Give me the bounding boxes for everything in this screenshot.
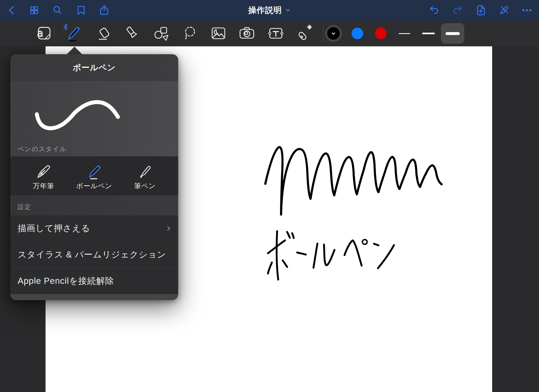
pen-style-ballpoint[interactable]: ボールペン bbox=[69, 156, 120, 195]
stroke-width-thick[interactable] bbox=[441, 23, 464, 44]
ballpoint-pen-icon bbox=[84, 161, 104, 181]
add-page-icon bbox=[475, 4, 487, 16]
more-icon bbox=[521, 4, 533, 16]
chevron-down-icon bbox=[330, 30, 337, 37]
pen-tool[interactable] bbox=[61, 21, 85, 46]
tools-toolbar: a bbox=[0, 21, 539, 46]
laser-pointer-tool[interactable] bbox=[293, 21, 317, 46]
redo-icon bbox=[452, 4, 463, 16]
pen-style-row: 万年筆 ボールペン 筆ペン bbox=[10, 156, 178, 195]
popover-title: ボールペン bbox=[73, 62, 116, 73]
camera-icon bbox=[237, 24, 256, 43]
share-icon bbox=[98, 4, 110, 16]
eraser-tool[interactable] bbox=[93, 21, 117, 46]
camera-tool[interactable] bbox=[235, 21, 259, 46]
pen-style-brush[interactable]: 筆ペン bbox=[119, 156, 170, 195]
svg-text:a: a bbox=[37, 27, 43, 39]
undo-icon bbox=[428, 4, 440, 16]
image-tool[interactable] bbox=[207, 21, 230, 46]
more-button[interactable] bbox=[518, 2, 536, 19]
selected-color-ring bbox=[325, 25, 342, 42]
stroke-width-thin[interactable] bbox=[393, 23, 416, 44]
setting-label: 描画して押さえる bbox=[18, 222, 90, 234]
text-tool[interactable] bbox=[264, 21, 288, 46]
chevron-down-icon bbox=[285, 7, 291, 13]
navigation-bar: 操作説明 bbox=[0, 0, 539, 21]
eraser-icon bbox=[96, 24, 115, 43]
back-icon bbox=[6, 4, 18, 16]
color-swatch-red[interactable] bbox=[369, 21, 393, 46]
setting-row-press-and-hold[interactable]: 描画して押さえる bbox=[10, 215, 178, 241]
chevron-right-icon bbox=[166, 225, 172, 232]
text-icon bbox=[266, 24, 285, 43]
color-swatch-blue[interactable] bbox=[346, 21, 369, 46]
color-swatch-black[interactable] bbox=[322, 21, 345, 46]
pen-style-label: ボールペン bbox=[76, 181, 112, 191]
highlighter-icon bbox=[123, 24, 142, 43]
shapes-tool[interactable] bbox=[149, 21, 173, 46]
undo-button[interactable] bbox=[426, 2, 443, 19]
pen-crossed-icon bbox=[498, 4, 510, 16]
search-button[interactable] bbox=[49, 2, 66, 19]
bluetooth-icon bbox=[64, 24, 67, 30]
pen-mode-toggle-button[interactable] bbox=[495, 2, 513, 19]
lasso-icon bbox=[181, 24, 199, 43]
popover-footer bbox=[10, 294, 178, 300]
back-button[interactable] bbox=[3, 2, 21, 19]
shapes-icon bbox=[152, 24, 171, 43]
share-button[interactable] bbox=[96, 2, 113, 19]
highlighter-tool[interactable] bbox=[121, 21, 144, 46]
setting-row-disconnect-apple-pencil[interactable]: Apple Pencilを接続解除 bbox=[10, 268, 178, 294]
search-icon bbox=[52, 4, 63, 16]
brush-pen-icon bbox=[135, 161, 155, 181]
app-window: 操作説明 bbox=[0, 0, 539, 392]
popover-header: ボールペン bbox=[10, 54, 178, 81]
add-page-button[interactable] bbox=[472, 2, 490, 19]
image-icon bbox=[209, 24, 228, 43]
grid-icon bbox=[28, 4, 40, 16]
pen-style-label: 万年筆 bbox=[33, 181, 54, 191]
setting-row-stylus-palm-rejection[interactable]: スタイラス & パームリジェクション bbox=[10, 241, 178, 268]
bookmark-button[interactable] bbox=[72, 2, 90, 19]
pen-icon bbox=[64, 24, 83, 43]
popover-arrow bbox=[67, 47, 82, 54]
page-title: 操作説明 bbox=[248, 5, 282, 16]
pen-style-label: 筆ペン bbox=[134, 181, 156, 191]
pen-style-fountain[interactable]: 万年筆 bbox=[18, 156, 69, 195]
pen-style-section-label: ペンのスタイル bbox=[18, 145, 67, 153]
stroke-width-medium[interactable] bbox=[417, 23, 440, 44]
laser-pointer-icon bbox=[295, 24, 314, 43]
zoom-window-tool[interactable]: a bbox=[32, 21, 56, 46]
settings-rows: 描画して押さえる スタイラス & パームリジェクション Apple Pencil… bbox=[10, 215, 178, 294]
toolbar-separator bbox=[54, 25, 54, 42]
bookmark-icon bbox=[75, 4, 87, 16]
pen-settings-popover: ボールペン ペンのスタイル 万年筆 bbox=[10, 54, 178, 300]
lasso-tool[interactable] bbox=[178, 21, 202, 46]
setting-label: Apple Pencilを接続解除 bbox=[18, 275, 114, 287]
stroke-preview: ペンのスタイル bbox=[10, 81, 178, 156]
settings-section-header: 設定 bbox=[10, 195, 178, 215]
fountain-pen-icon bbox=[33, 161, 53, 181]
document-title-button[interactable]: 操作説明 bbox=[248, 0, 291, 21]
redo-button[interactable] bbox=[449, 2, 466, 19]
thumbnails-button[interactable] bbox=[26, 2, 43, 19]
settings-section-label: 設定 bbox=[18, 203, 31, 211]
zoom-window-icon: a bbox=[35, 24, 54, 43]
setting-label: スタイラス & パームリジェクション bbox=[18, 249, 166, 261]
